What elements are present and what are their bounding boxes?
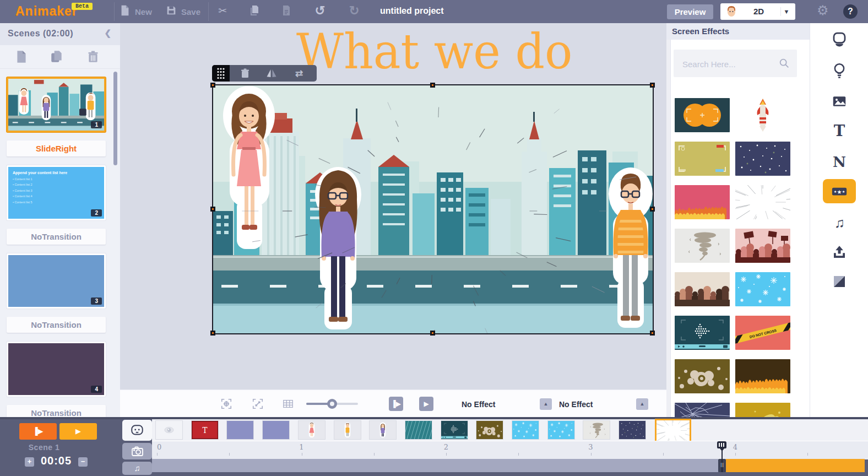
exit-effect-label[interactable]: No Effect (559, 400, 593, 409)
effect-tile-missile[interactable] (735, 98, 790, 132)
redo-button[interactable]: ↻ (347, 6, 361, 18)
gear-icon[interactable]: ⚙ (817, 3, 829, 18)
selection-handle[interactable] (430, 331, 435, 336)
timeline-clip-speed-lines-selected[interactable] (655, 419, 691, 442)
effect-tile-fire-pink[interactable] (675, 185, 730, 219)
zoom-slider-knob[interactable] (327, 399, 337, 409)
music-tab-icon[interactable]: ♫ (823, 210, 856, 235)
character-track-icon[interactable] (122, 420, 152, 441)
paste-button[interactable] (280, 6, 293, 18)
transition-button-scene-1[interactable]: SlideRight (7, 140, 106, 156)
preview-button[interactable]: Preview (667, 4, 713, 19)
zoom-slider[interactable] (306, 403, 358, 405)
audio-bar-remaining[interactable] (726, 459, 865, 472)
new-project-button[interactable]: New (119, 6, 152, 18)
add-scene-button[interactable] (14, 50, 29, 64)
timeline-clip-character-pink[interactable] (299, 421, 325, 439)
selection-handle[interactable] (430, 83, 435, 88)
delete-object-icon[interactable] (238, 67, 252, 80)
timeline-clip-character-yellow[interactable] (334, 421, 361, 439)
enter-effect-expand-icon[interactable]: ▲ (540, 398, 552, 410)
effect-tile-yellow-splash[interactable] (735, 403, 790, 417)
effect-tile-do-not-cross[interactable]: DO NOT CROSS (735, 316, 790, 350)
timeline-clip-character-purple[interactable] (370, 421, 396, 439)
search-icon[interactable] (778, 57, 790, 69)
duplicate-scene-button[interactable] (50, 50, 64, 64)
focus-center-icon[interactable] (220, 398, 232, 410)
effect-tile-tornado[interactable] (675, 229, 730, 263)
decrease-duration-button[interactable]: − (78, 457, 88, 467)
playhead[interactable] (717, 441, 726, 472)
exit-effect-expand-icon[interactable]: ▲ (636, 398, 648, 410)
timeline-clip-video-player[interactable] (441, 421, 468, 439)
effect-tile-viewfinder[interactable] (675, 142, 730, 176)
upload-tab-icon[interactable] (823, 240, 856, 264)
timeline-clip-starry-night[interactable] (619, 421, 645, 439)
flip-horizontal-icon[interactable] (265, 67, 278, 80)
timeline-clip-solid-purple[interactable] (263, 421, 289, 439)
effect-tile-crowd[interactable] (675, 272, 730, 306)
properties-bulb-tab-icon[interactable] (823, 58, 856, 83)
help-icon[interactable]: ? (843, 4, 858, 19)
images-tab-icon[interactable] (823, 89, 856, 113)
scene-thumbnail-2[interactable]: Append your content list here• Content l… (7, 165, 106, 220)
effect-tile-flames[interactable] (735, 359, 790, 393)
timeline-clip-visibility-eye[interactable] (156, 421, 182, 439)
selection-handle[interactable] (650, 331, 655, 336)
text-tab-icon[interactable]: T (823, 119, 856, 143)
transitions-tab-icon[interactable] (823, 269, 856, 294)
effect-tile-speed-lines[interactable] (735, 185, 790, 219)
effect-tile-snowflakes[interactable] (735, 272, 790, 306)
scene-thumbnail-1[interactable]: 1 (7, 77, 106, 132)
effect-tile-smoke-blast[interactable] (675, 359, 730, 393)
timeline-clip-text-clip[interactable]: T (192, 421, 218, 439)
grid-icon[interactable] (282, 398, 294, 410)
effect-tile-protest-crowd[interactable] (735, 229, 790, 263)
delete-scene-button[interactable] (86, 50, 100, 64)
scene-canvas[interactable] (212, 84, 654, 334)
transition-button-scene-2[interactable]: NoTransition (7, 229, 106, 245)
play-scene-button[interactable]: ▐▶ (19, 423, 57, 440)
play-scene-preview-button[interactable]: ▐▶ (389, 397, 403, 411)
audio-bar[interactable] (152, 459, 718, 472)
copy-button[interactable] (248, 6, 261, 18)
transition-button-scene-4[interactable]: NoTransition (7, 405, 106, 417)
timeline-clip-rain[interactable] (405, 421, 432, 439)
timeline-clip-solid-purple[interactable] (227, 421, 253, 439)
timeline-ruler[interactable]: 01234 (152, 441, 868, 459)
collapse-panel-icon[interactable]: ❮ (104, 28, 111, 38)
fit-expand-icon[interactable] (252, 398, 264, 410)
music-track-icon[interactable]: ♫ (122, 462, 152, 475)
play-preview-button[interactable]: ▶ (419, 397, 433, 411)
transition-button-scene-3[interactable]: NoTransition (7, 317, 106, 333)
selection-handle[interactable] (650, 83, 655, 88)
save-project-button[interactable]: Save (165, 6, 200, 18)
selection-handle[interactable] (650, 207, 655, 212)
characters-tab-icon[interactable] (823, 28, 856, 52)
selection-handle[interactable] (210, 207, 215, 212)
project-title[interactable]: untitled project (380, 6, 444, 16)
undo-button[interactable]: ↺ (313, 6, 327, 18)
swap-icon[interactable]: ⇄ (292, 67, 306, 80)
search-input[interactable] (681, 50, 772, 78)
timeline-clip-snowflakes[interactable] (512, 421, 539, 439)
effect-tile-cracked-web[interactable] (675, 403, 730, 417)
play-project-button[interactable]: ▶ (59, 423, 97, 440)
enter-effect-label[interactable]: No Effect (462, 400, 495, 409)
chevron-down-icon[interactable]: ▼ (780, 7, 792, 16)
selection-handle[interactable] (210, 331, 215, 336)
effect-tile-starry-night[interactable] (735, 142, 790, 176)
effect-tile-binoculars[interactable] (675, 98, 730, 132)
timeline-clip-snowflakes[interactable] (548, 421, 574, 439)
selection-handle[interactable] (210, 83, 215, 88)
numbers-tab-icon[interactable]: N (823, 150, 856, 174)
drag-handle-icon[interactable] (212, 65, 230, 82)
camera-track-icon[interactable] (122, 443, 152, 459)
animaker-logo[interactable]: Animaker (15, 4, 78, 19)
timeline-clip-smoke-blast[interactable] (476, 421, 503, 439)
scene-thumbnail-4[interactable]: 4 (7, 342, 106, 397)
scenes-scrollbar[interactable] (113, 72, 117, 165)
canvas-text-object[interactable]: What we do (296, 23, 572, 80)
timeline-clip-tornado[interactable] (583, 421, 610, 439)
mode-dropdown[interactable]: 2D ▼ (720, 3, 795, 20)
